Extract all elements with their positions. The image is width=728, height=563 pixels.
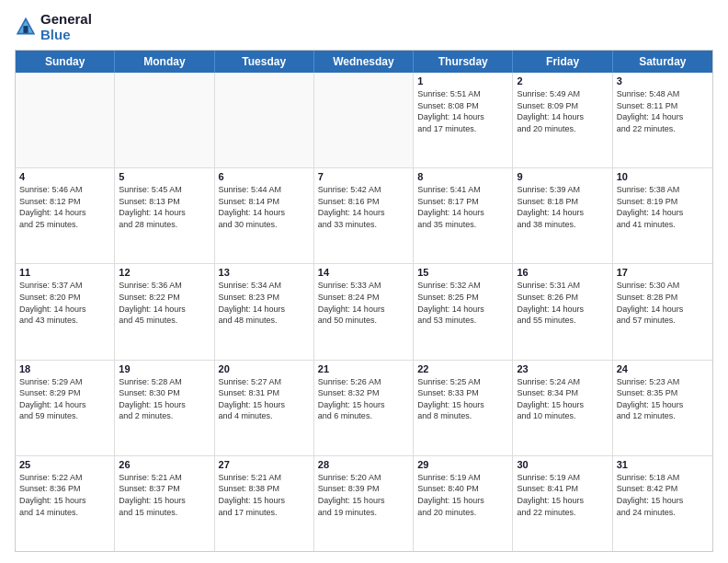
day-info: Sunrise: 5:32 AM Sunset: 8:25 PM Dayligh… bbox=[417, 280, 508, 326]
day-number: 7 bbox=[318, 171, 409, 182]
day-info: Sunrise: 5:39 AM Sunset: 8:18 PM Dayligh… bbox=[517, 184, 608, 230]
day-cell-3: 3Sunrise: 5:48 AM Sunset: 8:11 PM Daylig… bbox=[613, 73, 712, 167]
day-number: 1 bbox=[417, 75, 508, 86]
day-info: Sunrise: 5:23 AM Sunset: 8:35 PM Dayligh… bbox=[617, 376, 709, 422]
day-info: Sunrise: 5:48 AM Sunset: 8:11 PM Dayligh… bbox=[617, 88, 709, 134]
day-cell-7: 7Sunrise: 5:42 AM Sunset: 8:16 PM Daylig… bbox=[314, 168, 414, 263]
day-number: 21 bbox=[318, 363, 409, 374]
day-cell-2: 2Sunrise: 5:49 AM Sunset: 8:09 PM Daylig… bbox=[513, 73, 612, 167]
day-number: 29 bbox=[417, 459, 508, 470]
day-cell-23: 23Sunrise: 5:24 AM Sunset: 8:34 PM Dayli… bbox=[513, 361, 612, 455]
header-day-sunday: Sunday bbox=[16, 51, 115, 73]
header-day-tuesday: Tuesday bbox=[215, 51, 314, 73]
day-number: 22 bbox=[417, 363, 508, 374]
day-info: Sunrise: 5:34 AM Sunset: 8:23 PM Dayligh… bbox=[219, 280, 310, 326]
svg-rect-2 bbox=[23, 26, 28, 33]
day-cell-28: 28Sunrise: 5:20 AM Sunset: 8:39 PM Dayli… bbox=[314, 456, 414, 551]
day-info: Sunrise: 5:26 AM Sunset: 8:32 PM Dayligh… bbox=[318, 376, 409, 422]
logo-text: General Blue bbox=[40, 11, 92, 42]
day-cell-31: 31Sunrise: 5:18 AM Sunset: 8:42 PM Dayli… bbox=[613, 456, 712, 551]
day-info: Sunrise: 5:49 AM Sunset: 8:09 PM Dayligh… bbox=[517, 88, 608, 134]
calendar-row-3: 18Sunrise: 5:29 AM Sunset: 8:29 PM Dayli… bbox=[16, 361, 712, 456]
day-info: Sunrise: 5:37 AM Sunset: 8:20 PM Dayligh… bbox=[19, 280, 110, 326]
header-day-monday: Monday bbox=[115, 51, 214, 73]
day-cell-1: 1Sunrise: 5:51 AM Sunset: 8:08 PM Daylig… bbox=[414, 73, 513, 167]
day-number: 19 bbox=[119, 363, 210, 374]
empty-cell bbox=[16, 73, 115, 167]
day-info: Sunrise: 5:36 AM Sunset: 8:22 PM Dayligh… bbox=[119, 280, 210, 326]
header-day-saturday: Saturday bbox=[613, 51, 712, 73]
day-info: Sunrise: 5:38 AM Sunset: 8:19 PM Dayligh… bbox=[617, 184, 709, 230]
day-info: Sunrise: 5:44 AM Sunset: 8:14 PM Dayligh… bbox=[219, 184, 310, 230]
day-info: Sunrise: 5:19 AM Sunset: 8:40 PM Dayligh… bbox=[417, 472, 508, 518]
day-number: 4 bbox=[19, 171, 110, 182]
empty-cell bbox=[215, 73, 314, 167]
day-cell-25: 25Sunrise: 5:22 AM Sunset: 8:36 PM Dayli… bbox=[16, 456, 115, 551]
calendar-row-1: 4Sunrise: 5:46 AM Sunset: 8:12 PM Daylig… bbox=[16, 168, 712, 264]
day-cell-6: 6Sunrise: 5:44 AM Sunset: 8:14 PM Daylig… bbox=[215, 168, 314, 263]
day-cell-9: 9Sunrise: 5:39 AM Sunset: 8:18 PM Daylig… bbox=[513, 168, 612, 263]
day-number: 30 bbox=[517, 459, 608, 470]
calendar-body: 1Sunrise: 5:51 AM Sunset: 8:08 PM Daylig… bbox=[16, 73, 712, 551]
day-info: Sunrise: 5:22 AM Sunset: 8:36 PM Dayligh… bbox=[19, 472, 110, 518]
day-number: 13 bbox=[219, 267, 310, 278]
day-cell-14: 14Sunrise: 5:33 AM Sunset: 8:24 PM Dayli… bbox=[314, 264, 414, 359]
day-info: Sunrise: 5:21 AM Sunset: 8:38 PM Dayligh… bbox=[219, 472, 310, 518]
day-cell-12: 12Sunrise: 5:36 AM Sunset: 8:22 PM Dayli… bbox=[115, 264, 214, 359]
day-cell-19: 19Sunrise: 5:28 AM Sunset: 8:30 PM Dayli… bbox=[115, 361, 214, 455]
day-number: 14 bbox=[318, 267, 409, 278]
day-cell-10: 10Sunrise: 5:38 AM Sunset: 8:19 PM Dayli… bbox=[613, 168, 712, 263]
header-day-wednesday: Wednesday bbox=[314, 51, 414, 73]
page: General Blue SundayMondayTuesdayWednesda… bbox=[0, 0, 728, 563]
header: General Blue bbox=[15, 11, 713, 42]
day-number: 24 bbox=[617, 363, 709, 374]
logo-icon bbox=[15, 16, 37, 38]
day-cell-13: 13Sunrise: 5:34 AM Sunset: 8:23 PM Dayli… bbox=[215, 264, 314, 359]
day-info: Sunrise: 5:29 AM Sunset: 8:29 PM Dayligh… bbox=[19, 376, 110, 422]
day-number: 27 bbox=[219, 459, 310, 470]
day-number: 26 bbox=[119, 459, 210, 470]
day-number: 3 bbox=[617, 75, 709, 86]
day-info: Sunrise: 5:46 AM Sunset: 8:12 PM Dayligh… bbox=[19, 184, 110, 230]
calendar: SundayMondayTuesdayWednesdayThursdayFrid… bbox=[15, 50, 713, 552]
calendar-row-2: 11Sunrise: 5:37 AM Sunset: 8:20 PM Dayli… bbox=[16, 264, 712, 360]
day-number: 25 bbox=[19, 459, 110, 470]
day-info: Sunrise: 5:18 AM Sunset: 8:42 PM Dayligh… bbox=[617, 472, 709, 518]
day-cell-16: 16Sunrise: 5:31 AM Sunset: 8:26 PM Dayli… bbox=[513, 264, 612, 359]
empty-cell bbox=[115, 73, 214, 167]
day-cell-29: 29Sunrise: 5:19 AM Sunset: 8:40 PM Dayli… bbox=[414, 456, 513, 551]
day-cell-5: 5Sunrise: 5:45 AM Sunset: 8:13 PM Daylig… bbox=[115, 168, 214, 263]
day-number: 20 bbox=[219, 363, 310, 374]
calendar-row-0: 1Sunrise: 5:51 AM Sunset: 8:08 PM Daylig… bbox=[16, 73, 712, 168]
day-cell-15: 15Sunrise: 5:32 AM Sunset: 8:25 PM Dayli… bbox=[414, 264, 513, 359]
day-info: Sunrise: 5:42 AM Sunset: 8:16 PM Dayligh… bbox=[318, 184, 409, 230]
day-number: 31 bbox=[617, 459, 709, 470]
day-number: 17 bbox=[617, 267, 709, 278]
day-cell-22: 22Sunrise: 5:25 AM Sunset: 8:33 PM Dayli… bbox=[414, 361, 513, 455]
day-info: Sunrise: 5:24 AM Sunset: 8:34 PM Dayligh… bbox=[517, 376, 608, 422]
empty-cell bbox=[314, 73, 414, 167]
day-info: Sunrise: 5:19 AM Sunset: 8:41 PM Dayligh… bbox=[517, 472, 608, 518]
day-info: Sunrise: 5:20 AM Sunset: 8:39 PM Dayligh… bbox=[318, 472, 409, 518]
day-cell-26: 26Sunrise: 5:21 AM Sunset: 8:37 PM Dayli… bbox=[115, 456, 214, 551]
day-cell-24: 24Sunrise: 5:23 AM Sunset: 8:35 PM Dayli… bbox=[613, 361, 712, 455]
day-cell-4: 4Sunrise: 5:46 AM Sunset: 8:12 PM Daylig… bbox=[16, 168, 115, 263]
header-day-thursday: Thursday bbox=[414, 51, 513, 73]
day-cell-27: 27Sunrise: 5:21 AM Sunset: 8:38 PM Dayli… bbox=[215, 456, 314, 551]
day-number: 2 bbox=[517, 75, 608, 86]
day-number: 11 bbox=[19, 267, 110, 278]
day-cell-17: 17Sunrise: 5:30 AM Sunset: 8:28 PM Dayli… bbox=[613, 264, 712, 359]
day-number: 15 bbox=[417, 267, 508, 278]
day-number: 6 bbox=[219, 171, 310, 182]
logo: General Blue bbox=[15, 11, 92, 42]
day-number: 9 bbox=[517, 171, 608, 182]
day-info: Sunrise: 5:27 AM Sunset: 8:31 PM Dayligh… bbox=[219, 376, 310, 422]
day-number: 10 bbox=[617, 171, 709, 182]
day-number: 18 bbox=[19, 363, 110, 374]
day-cell-20: 20Sunrise: 5:27 AM Sunset: 8:31 PM Dayli… bbox=[215, 361, 314, 455]
day-number: 12 bbox=[119, 267, 210, 278]
day-info: Sunrise: 5:41 AM Sunset: 8:17 PM Dayligh… bbox=[417, 184, 508, 230]
day-cell-18: 18Sunrise: 5:29 AM Sunset: 8:29 PM Dayli… bbox=[16, 361, 115, 455]
day-number: 5 bbox=[119, 171, 210, 182]
day-cell-30: 30Sunrise: 5:19 AM Sunset: 8:41 PM Dayli… bbox=[513, 456, 612, 551]
